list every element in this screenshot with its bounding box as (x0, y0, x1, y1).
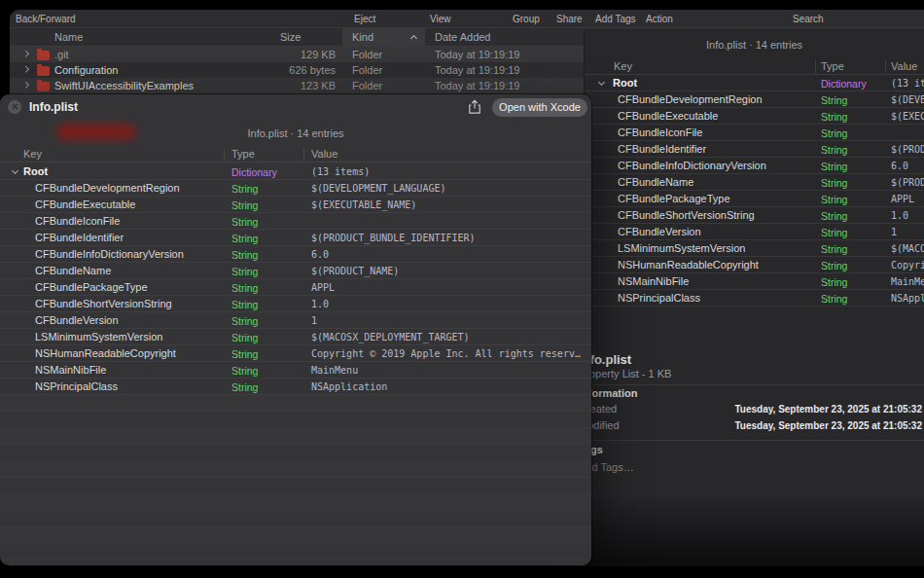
plist-value: MainMenu (311, 365, 358, 376)
plist-row[interactable]: NSMainNibFile String MainMenu (585, 273, 924, 290)
plist-value: 1.0 (311, 299, 329, 309)
toolbar-group[interactable]: Group (513, 14, 540, 24)
disclosure-down-icon[interactable] (598, 79, 605, 86)
disclosure-down-icon[interactable] (12, 167, 18, 174)
plist-value: (13 items) (311, 166, 370, 177)
toolbar-back-forward[interactable]: Back/Forward (16, 14, 76, 24)
plist-key: NSPrincipalClass (618, 292, 700, 304)
plist-key: NSHumanReadableCopyright (35, 347, 176, 359)
finder-toolbar: Back/Forward Eject View Group Share Add … (10, 10, 924, 28)
plist-row[interactable]: CFBundleInfoDictionaryVersion String 6.0 (0, 246, 591, 263)
plist-row[interactable]: CFBundleName String $(PRODUCT_NAME) (585, 174, 924, 191)
plist-type: String (231, 365, 258, 377)
plist-row[interactable]: NSHumanReadableCopyright String Copyrigh… (0, 345, 591, 362)
file-name: Configuration (54, 64, 118, 76)
list-column-headers: Name Size Kind Date Added (10, 28, 584, 47)
plist-row[interactable]: CFBundleIdentifier String $(PRODUCT_BUND… (585, 141, 924, 158)
plist-row[interactable]: CFBundleExecutable String $(EXECUTABLE_N… (585, 108, 924, 125)
column-header-date-added[interactable]: Date Added (435, 31, 491, 43)
toolbar-add-tags[interactable]: Add Tags (595, 14, 636, 24)
plist-key: CFBundleShortVersionString (35, 298, 172, 309)
plist-row[interactable]: CFBundleShortVersionString String 1.0 (0, 296, 591, 312)
file-kind: Folder (352, 80, 382, 91)
column-header-kind[interactable]: Kind (342, 28, 425, 47)
plist-type: String (821, 161, 847, 172)
quicklook-titlebar[interactable]: Info.plist Open with Xcode (0, 94, 591, 120)
plist-value: $(DEVELOPMENT_LANGUAGE) (891, 94, 924, 105)
plist-row[interactable]: NSPrincipalClass String NSApplication (0, 379, 591, 395)
plist-row[interactable]: CFBundleIconFile String (585, 125, 924, 141)
open-with-xcode-button[interactable]: Open with Xcode (492, 98, 587, 117)
plist-row[interactable]: CFBundlePackageType String APPL (0, 279, 591, 296)
plist-key: CFBundleDevelopmentRegion (35, 182, 180, 194)
plist-row[interactable]: Root Dictionary (13 items) (585, 75, 924, 91)
plist-type: String (821, 243, 847, 255)
plist-key: CFBundleVersion (35, 314, 119, 326)
folder-icon (37, 82, 50, 91)
plist-row[interactable]: CFBundleName String $(PRODUCT_NAME) (0, 263, 591, 279)
plist-key: CFBundleDevelopmentRegion (618, 93, 763, 105)
file-row[interactable]: .git 129 KB Folder Today at 19:19:19 (10, 47, 584, 62)
plist-type: Dictionary (821, 78, 867, 90)
column-divider (885, 60, 886, 73)
plist-type: String (821, 144, 847, 156)
plist-value: 6.0 (891, 161, 908, 171)
quicklook-column-value: Value (311, 148, 338, 160)
plist-row[interactable]: CFBundleInfoDictionaryVersion String 6.0 (585, 158, 924, 174)
toolbar-action[interactable]: Action (646, 14, 673, 24)
toolbar-share[interactable]: Share (556, 14, 583, 24)
preview-plist-header: Info.plist · 14 entries (585, 39, 924, 51)
toolbar-eject[interactable]: Eject (354, 14, 375, 24)
plist-row[interactable]: LSMinimumSystemVersion String $(MACOSX_D… (0, 329, 591, 345)
plist-type: String (821, 177, 847, 189)
disclosure-right-icon[interactable] (22, 66, 28, 72)
plist-value: 1 (891, 227, 897, 237)
info-created-row: Created Tuesday, September 23, 2025 at 2… (579, 403, 922, 416)
plist-type: String (231, 199, 258, 211)
plist-row[interactable]: Root Dictionary (13 items) (0, 163, 591, 180)
column-divider (303, 148, 304, 161)
disclosure-right-icon[interactable] (22, 51, 28, 56)
column-header-size[interactable]: Size (280, 31, 301, 43)
plist-row[interactable]: CFBundleVersion String 1 (0, 312, 591, 329)
plist-type: String (231, 348, 258, 360)
toolbar-view[interactable]: View (430, 14, 451, 24)
info-created-value: Tuesday, September 23, 2025 at 21:05:32 (734, 404, 922, 415)
file-list: .git 129 KB Folder Today at 19:19:19 Con… (10, 47, 584, 93)
plist-key: CFBundleVersion (618, 226, 701, 237)
disclosure-right-icon[interactable] (22, 82, 28, 88)
plist-key: CFBundlePackageType (35, 281, 148, 293)
screen: Back/Forward Eject View Group Share Add … (0, 0, 924, 578)
plist-row[interactable]: CFBundleShortVersionString String 1.0 (585, 207, 924, 224)
plist-row[interactable]: CFBundlePackageType String APPL (585, 191, 924, 207)
plist-type: String (821, 127, 847, 139)
plist-row[interactable]: CFBundleVersion String 1 (585, 224, 924, 240)
plist-row[interactable]: CFBundleIdentifier String $(PRODUCT_BUND… (0, 230, 591, 246)
quicklook-window: Info.plist Open with Xcode Info.plist · … (0, 94, 591, 565)
plist-row[interactable]: LSMinimumSystemVersion String $(MACOSX_D… (585, 240, 924, 257)
plist-row[interactable]: NSPrincipalClass String NSApplication (585, 290, 924, 307)
plist-key: CFBundleInfoDictionaryVersion (618, 160, 766, 171)
file-date-added: Today at 19:19:19 (435, 64, 519, 76)
file-row[interactable]: Configuration 626 bytes Folder Today at … (10, 62, 584, 78)
empty-row (0, 412, 591, 428)
column-header-name[interactable]: Name (54, 31, 83, 43)
plist-type: String (231, 233, 258, 244)
toolbar-search[interactable]: Search (793, 14, 824, 24)
share-icon[interactable] (468, 99, 481, 115)
file-row[interactable]: SwiftUIAccessibilityExamples 123 KB Fold… (10, 78, 584, 93)
plist-key: CFBundleExecutable (618, 110, 718, 122)
close-icon[interactable] (8, 100, 21, 114)
column-divider (224, 148, 225, 161)
plist-row[interactable]: CFBundleDevelopmentRegion String $(DEVEL… (0, 180, 591, 197)
plist-value: 1.0 (891, 210, 908, 221)
plist-row[interactable]: CFBundleIconFile String (0, 213, 591, 230)
plist-row[interactable]: NSMainNibFile String MainMenu (0, 362, 591, 379)
file-size: 123 KB (238, 80, 336, 91)
plist-row[interactable]: NSHumanReadableCopyright String Copyrigh… (585, 257, 924, 273)
plist-type: String (231, 381, 258, 393)
file-kind: Folder (352, 64, 382, 76)
info-divider (579, 440, 924, 441)
plist-row[interactable]: CFBundleDevelopmentRegion String $(DEVEL… (585, 91, 924, 108)
plist-row[interactable]: CFBundleExecutable String $(EXECUTABLE_N… (0, 197, 591, 213)
